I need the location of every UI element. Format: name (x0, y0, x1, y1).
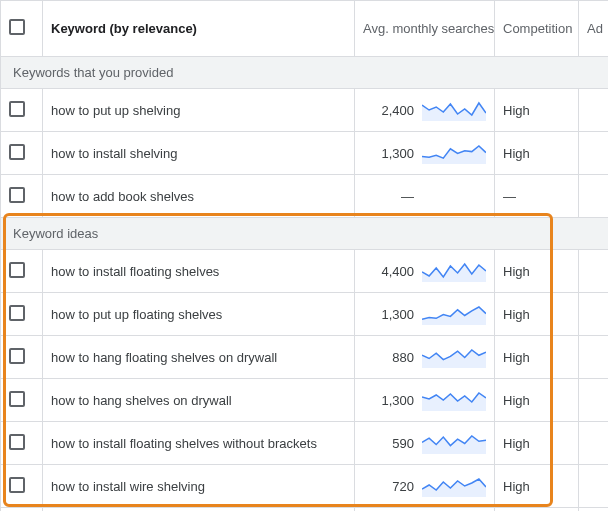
competition-cell: High (495, 89, 579, 132)
ad-cell (579, 293, 609, 336)
checkbox-icon[interactable] (9, 434, 25, 450)
row-checkbox-cell[interactable] (1, 465, 43, 508)
ad-cell (579, 508, 609, 512)
checkbox-icon[interactable] (9, 305, 25, 321)
row-checkbox-cell[interactable] (1, 422, 43, 465)
row-checkbox-cell[interactable] (1, 89, 43, 132)
column-avg-searches[interactable]: Avg. monthly searches (355, 1, 495, 57)
keyword-cell[interactable]: how to put up floating shelves (43, 293, 355, 336)
competition-cell: High (495, 132, 579, 175)
keyword-cell[interactable]: how to install floating shelves without … (43, 422, 355, 465)
searches-cell: 1,300 (355, 132, 495, 175)
ad-cell (579, 175, 609, 218)
sparkline-icon (422, 389, 486, 411)
ad-cell (579, 89, 609, 132)
competition-cell: High (495, 379, 579, 422)
searches-cell: 720 (355, 465, 495, 508)
section-header: Keyword ideas (1, 218, 609, 250)
select-all-cell[interactable] (1, 1, 43, 57)
checkbox-icon[interactable] (9, 187, 25, 203)
table-row: how to hang floating shelves on drywall8… (1, 336, 609, 379)
row-checkbox-cell[interactable] (1, 508, 43, 512)
searches-cell: 480 (355, 508, 495, 512)
sparkline-icon (422, 475, 486, 497)
table-row: how to install floating shelves without … (1, 508, 609, 512)
search-count: 590 (380, 436, 414, 451)
checkbox-icon[interactable] (9, 101, 25, 117)
table-row: how to install floating shelves without … (1, 422, 609, 465)
searches-cell: 1,300 (355, 379, 495, 422)
row-checkbox-cell[interactable] (1, 379, 43, 422)
row-checkbox-cell[interactable] (1, 336, 43, 379)
search-count: 1,300 (380, 393, 414, 408)
checkbox-icon[interactable] (9, 477, 25, 493)
sparkline-icon (422, 432, 486, 454)
search-count: 1,300 (380, 146, 414, 161)
keyword-cell[interactable]: how to hang floating shelves on drywall (43, 336, 355, 379)
ad-cell (579, 465, 609, 508)
column-keyword[interactable]: Keyword (by relevance) (43, 1, 355, 57)
table-row: how to add book shelves—— (1, 175, 609, 218)
sparkline-icon (422, 346, 486, 368)
ad-cell (579, 132, 609, 175)
column-competition[interactable]: Competition (495, 1, 579, 57)
competition-cell: High (495, 293, 579, 336)
checkbox-icon[interactable] (9, 144, 25, 160)
searches-cell: 590 (355, 422, 495, 465)
competition-cell: High (495, 250, 579, 293)
checkbox-icon[interactable] (9, 262, 25, 278)
searches-cell: 880 (355, 336, 495, 379)
section-label: Keyword ideas (1, 218, 609, 250)
competition-cell: — (495, 175, 579, 218)
keyword-cell[interactable]: how to install shelving (43, 132, 355, 175)
competition-cell: High (495, 422, 579, 465)
row-checkbox-cell[interactable] (1, 132, 43, 175)
sparkline-icon (422, 185, 486, 207)
column-ad[interactable]: Ad (579, 1, 609, 57)
search-count: 4,400 (380, 264, 414, 279)
row-checkbox-cell[interactable] (1, 175, 43, 218)
keyword-cell[interactable]: how to install floating shelves without … (43, 508, 355, 512)
row-checkbox-cell[interactable] (1, 293, 43, 336)
table-row: how to put up shelving2,400High (1, 89, 609, 132)
sparkline-icon (422, 142, 486, 164)
search-count: 720 (380, 479, 414, 494)
keyword-cell[interactable]: how to install wire shelving (43, 465, 355, 508)
search-count: 1,300 (380, 307, 414, 322)
searches-cell: 1,300 (355, 293, 495, 336)
keyword-cell[interactable]: how to add book shelves (43, 175, 355, 218)
keyword-cell[interactable]: how to install floating shelves (43, 250, 355, 293)
sparkline-icon (422, 260, 486, 282)
checkbox-icon[interactable] (9, 348, 25, 364)
table-row: how to put up floating shelves1,300High (1, 293, 609, 336)
search-count: — (380, 189, 414, 204)
checkbox-icon[interactable] (9, 391, 25, 407)
ad-cell (579, 422, 609, 465)
search-count: 880 (380, 350, 414, 365)
search-count: 2,400 (380, 103, 414, 118)
keyword-table: Keyword (by relevance) Avg. monthly sear… (0, 0, 608, 511)
sparkline-icon (422, 99, 486, 121)
table-row: how to install floating shelves4,400High (1, 250, 609, 293)
keyword-cell[interactable]: how to hang shelves on drywall (43, 379, 355, 422)
sparkline-icon (422, 303, 486, 325)
section-label: Keywords that you provided (1, 57, 609, 89)
searches-cell: — (355, 175, 495, 218)
ad-cell (579, 336, 609, 379)
table-row: how to install wire shelving720High (1, 465, 609, 508)
keyword-cell[interactable]: how to put up shelving (43, 89, 355, 132)
searches-cell: 4,400 (355, 250, 495, 293)
searches-cell: 2,400 (355, 89, 495, 132)
checkbox-icon[interactable] (9, 19, 25, 35)
table-row: how to hang shelves on drywall1,300High (1, 379, 609, 422)
table-row: how to install shelving1,300High (1, 132, 609, 175)
row-checkbox-cell[interactable] (1, 250, 43, 293)
section-header: Keywords that you provided (1, 57, 609, 89)
table-header-row: Keyword (by relevance) Avg. monthly sear… (1, 1, 609, 57)
ad-cell (579, 379, 609, 422)
competition-cell: High (495, 465, 579, 508)
competition-cell: High (495, 336, 579, 379)
ad-cell (579, 250, 609, 293)
competition-cell: High (495, 508, 579, 512)
